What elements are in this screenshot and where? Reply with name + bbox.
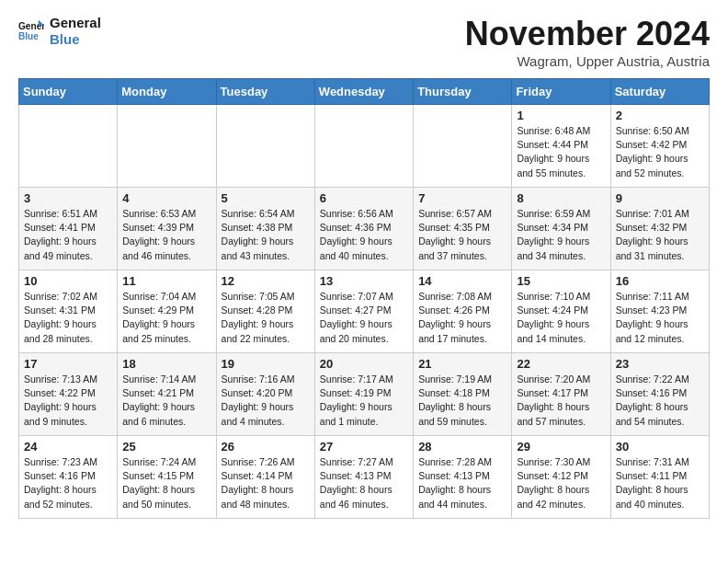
calendar-day-2: 2Sunrise: 6:50 AM Sunset: 4:42 PM Daylig… — [610, 105, 709, 188]
calendar-empty-cell — [314, 105, 413, 188]
day-number: 19 — [222, 357, 310, 371]
logo-icon: General Blue — [18, 18, 44, 44]
day-info: Sunrise: 7:17 AM Sunset: 4:19 PM Dayligh… — [320, 373, 408, 429]
calendar-empty-cell — [19, 105, 118, 188]
calendar-day-9: 9Sunrise: 7:01 AM Sunset: 4:32 PM Daylig… — [610, 188, 709, 270]
location: Wagram, Upper Austria, Austria — [465, 53, 710, 69]
calendar-day-23: 23Sunrise: 7:22 AM Sunset: 4:16 PM Dayli… — [610, 353, 709, 436]
day-info: Sunrise: 6:53 AM Sunset: 4:39 PM Dayligh… — [122, 207, 210, 263]
day-info: Sunrise: 7:11 AM Sunset: 4:23 PM Dayligh… — [616, 290, 704, 346]
calendar-empty-cell — [414, 105, 512, 188]
day-number: 15 — [517, 274, 605, 288]
day-number: 25 — [122, 440, 210, 454]
logo-line1: General — [50, 15, 101, 31]
day-info: Sunrise: 6:51 AM Sunset: 4:41 PM Dayligh… — [24, 207, 112, 263]
calendar-day-14: 14Sunrise: 7:08 AM Sunset: 4:26 PM Dayli… — [414, 270, 512, 353]
calendar-table: SundayMondayTuesdayWednesdayThursdayFrid… — [18, 78, 710, 519]
day-info: Sunrise: 7:04 AM Sunset: 4:29 PM Dayligh… — [122, 290, 210, 346]
day-info: Sunrise: 6:56 AM Sunset: 4:36 PM Dayligh… — [320, 207, 408, 263]
calendar-week-row: 10Sunrise: 7:02 AM Sunset: 4:31 PM Dayli… — [19, 270, 710, 353]
day-number: 13 — [320, 274, 408, 288]
day-info: Sunrise: 7:01 AM Sunset: 4:32 PM Dayligh… — [616, 207, 704, 263]
month-title: November 2024 — [465, 15, 710, 53]
day-info: Sunrise: 7:16 AM Sunset: 4:20 PM Dayligh… — [222, 373, 310, 429]
calendar-day-27: 27Sunrise: 7:27 AM Sunset: 4:13 PM Dayli… — [314, 436, 413, 519]
svg-text:Blue: Blue — [18, 31, 39, 41]
day-info: Sunrise: 7:08 AM Sunset: 4:26 PM Dayligh… — [418, 290, 506, 346]
day-number: 12 — [222, 274, 310, 288]
calendar-day-3: 3Sunrise: 6:51 AM Sunset: 4:41 PM Daylig… — [19, 188, 118, 270]
day-info: Sunrise: 7:19 AM Sunset: 4:18 PM Dayligh… — [418, 373, 506, 429]
calendar-week-row: 24Sunrise: 7:23 AM Sunset: 4:16 PM Dayli… — [19, 436, 710, 519]
day-number: 28 — [418, 440, 506, 454]
day-number: 20 — [320, 357, 408, 371]
calendar-day-12: 12Sunrise: 7:05 AM Sunset: 4:28 PM Dayli… — [216, 270, 314, 353]
calendar-day-29: 29Sunrise: 7:30 AM Sunset: 4:12 PM Dayli… — [512, 436, 610, 519]
weekday-header-tuesday: Tuesday — [216, 79, 314, 105]
calendar-day-25: 25Sunrise: 7:24 AM Sunset: 4:15 PM Dayli… — [118, 436, 216, 519]
day-number: 16 — [616, 274, 704, 288]
day-number: 23 — [616, 357, 704, 371]
calendar-day-24: 24Sunrise: 7:23 AM Sunset: 4:16 PM Dayli… — [19, 436, 118, 519]
weekday-header-friday: Friday — [512, 79, 610, 105]
calendar-day-7: 7Sunrise: 6:57 AM Sunset: 4:35 PM Daylig… — [414, 188, 512, 270]
day-number: 24 — [24, 440, 112, 454]
day-number: 9 — [616, 191, 704, 205]
day-number: 8 — [517, 191, 605, 205]
day-info: Sunrise: 7:28 AM Sunset: 4:13 PM Dayligh… — [418, 455, 506, 511]
calendar-day-8: 8Sunrise: 6:59 AM Sunset: 4:34 PM Daylig… — [512, 188, 610, 270]
calendar-day-13: 13Sunrise: 7:07 AM Sunset: 4:27 PM Dayli… — [314, 270, 413, 353]
day-info: Sunrise: 7:02 AM Sunset: 4:31 PM Dayligh… — [24, 290, 112, 346]
calendar-day-19: 19Sunrise: 7:16 AM Sunset: 4:20 PM Dayli… — [216, 353, 314, 436]
logo: General Blue General Blue — [18, 15, 101, 48]
calendar-week-row: 3Sunrise: 6:51 AM Sunset: 4:41 PM Daylig… — [19, 188, 710, 270]
day-info: Sunrise: 7:10 AM Sunset: 4:24 PM Dayligh… — [517, 290, 605, 346]
calendar-day-18: 18Sunrise: 7:14 AM Sunset: 4:21 PM Dayli… — [118, 353, 216, 436]
day-number: 7 — [418, 191, 506, 205]
day-info: Sunrise: 6:54 AM Sunset: 4:38 PM Dayligh… — [222, 207, 310, 263]
day-info: Sunrise: 6:50 AM Sunset: 4:42 PM Dayligh… — [616, 124, 704, 180]
day-number: 11 — [122, 274, 210, 288]
day-number: 30 — [616, 440, 704, 454]
weekday-header-sunday: Sunday — [19, 79, 118, 105]
day-info: Sunrise: 7:07 AM Sunset: 4:27 PM Dayligh… — [320, 290, 408, 346]
logo-line2: Blue — [50, 31, 101, 48]
weekday-header-wednesday: Wednesday — [314, 79, 413, 105]
day-number: 21 — [418, 357, 506, 371]
day-info: Sunrise: 7:27 AM Sunset: 4:13 PM Dayligh… — [320, 455, 408, 511]
title-area: November 2024 Wagram, Upper Austria, Aus… — [465, 15, 710, 69]
day-info: Sunrise: 7:24 AM Sunset: 4:15 PM Dayligh… — [122, 455, 210, 511]
calendar-day-17: 17Sunrise: 7:13 AM Sunset: 4:22 PM Dayli… — [19, 353, 118, 436]
weekday-header-thursday: Thursday — [414, 79, 512, 105]
day-info: Sunrise: 6:59 AM Sunset: 4:34 PM Dayligh… — [517, 207, 605, 263]
day-info: Sunrise: 6:57 AM Sunset: 4:35 PM Dayligh… — [418, 207, 506, 263]
day-info: Sunrise: 7:22 AM Sunset: 4:16 PM Dayligh… — [616, 373, 704, 429]
day-number: 5 — [222, 191, 310, 205]
calendar-day-5: 5Sunrise: 6:54 AM Sunset: 4:38 PM Daylig… — [216, 188, 314, 270]
calendar-empty-cell — [118, 105, 216, 188]
day-info: Sunrise: 7:23 AM Sunset: 4:16 PM Dayligh… — [24, 455, 112, 511]
day-number: 1 — [517, 109, 605, 122]
day-number: 4 — [122, 191, 210, 205]
day-info: Sunrise: 7:13 AM Sunset: 4:22 PM Dayligh… — [24, 373, 112, 429]
calendar-empty-cell — [216, 105, 314, 188]
day-info: Sunrise: 7:20 AM Sunset: 4:17 PM Dayligh… — [517, 373, 605, 429]
day-number: 10 — [24, 274, 112, 288]
day-number: 26 — [222, 440, 310, 454]
calendar-day-15: 15Sunrise: 7:10 AM Sunset: 4:24 PM Dayli… — [512, 270, 610, 353]
calendar-day-30: 30Sunrise: 7:31 AM Sunset: 4:11 PM Dayli… — [610, 436, 709, 519]
calendar-day-6: 6Sunrise: 6:56 AM Sunset: 4:36 PM Daylig… — [314, 188, 413, 270]
day-number: 29 — [517, 440, 605, 454]
calendar-day-20: 20Sunrise: 7:17 AM Sunset: 4:19 PM Dayli… — [314, 353, 413, 436]
calendar-day-10: 10Sunrise: 7:02 AM Sunset: 4:31 PM Dayli… — [19, 270, 118, 353]
day-number: 3 — [24, 191, 112, 205]
calendar-day-4: 4Sunrise: 6:53 AM Sunset: 4:39 PM Daylig… — [118, 188, 216, 270]
calendar-day-11: 11Sunrise: 7:04 AM Sunset: 4:29 PM Dayli… — [118, 270, 216, 353]
weekday-header-saturday: Saturday — [610, 79, 709, 105]
calendar-day-26: 26Sunrise: 7:26 AM Sunset: 4:14 PM Dayli… — [216, 436, 314, 519]
day-info: Sunrise: 7:30 AM Sunset: 4:12 PM Dayligh… — [517, 455, 605, 511]
day-number: 2 — [616, 109, 704, 122]
calendar-week-row: 1Sunrise: 6:48 AM Sunset: 4:44 PM Daylig… — [19, 105, 710, 188]
day-info: Sunrise: 6:48 AM Sunset: 4:44 PM Dayligh… — [517, 124, 605, 180]
calendar-week-row: 17Sunrise: 7:13 AM Sunset: 4:22 PM Dayli… — [19, 353, 710, 436]
